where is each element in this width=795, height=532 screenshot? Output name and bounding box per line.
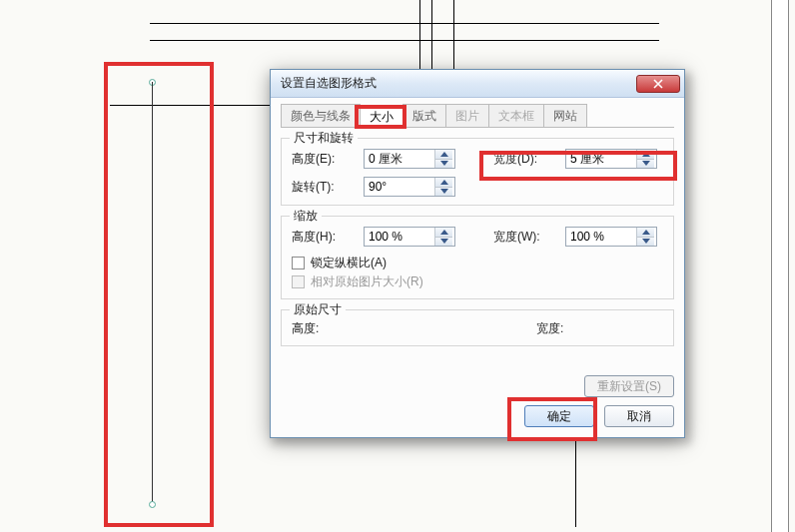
group-size-rotation-title: 尺寸和旋转 bbox=[290, 130, 358, 147]
chevron-up-icon bbox=[440, 230, 448, 235]
selected-shape[interactable] bbox=[152, 82, 154, 505]
chevron-up-icon bbox=[440, 180, 448, 185]
scale-height-input[interactable] bbox=[365, 228, 434, 246]
chevron-down-icon bbox=[440, 161, 448, 166]
scale-width-spinner[interactable] bbox=[565, 227, 657, 247]
height-input[interactable] bbox=[365, 150, 434, 168]
scale-width-up[interactable] bbox=[637, 228, 654, 238]
group-size-rotation: 尺寸和旋转 高度(E): 宽度(D): bbox=[281, 138, 674, 206]
group-original-title: 原始尺寸 bbox=[290, 301, 346, 318]
lock-aspect-checkbox[interactable] bbox=[292, 257, 305, 269]
lock-aspect-label: 锁定纵横比(A) bbox=[311, 255, 387, 271]
tab-size[interactable]: 大小 bbox=[360, 105, 403, 128]
rotation-up[interactable] bbox=[435, 178, 452, 188]
dialog-body: 颜色与线条 大小 版式 图片 文本框 网站 尺寸和旋转 高度(E): 宽度(D)… bbox=[271, 98, 684, 437]
orig-width-label: 宽度: bbox=[536, 320, 565, 337]
scale-height-label: 高度(H): bbox=[292, 229, 356, 246]
scale-width-label: 宽度(W): bbox=[493, 229, 557, 246]
tab-colors-lines[interactable]: 颜色与线条 bbox=[281, 104, 361, 127]
tab-picture: 图片 bbox=[445, 104, 489, 127]
scale-height-spinner[interactable] bbox=[364, 227, 455, 247]
scale-width-input[interactable] bbox=[566, 228, 636, 246]
relative-original-checkbox bbox=[292, 275, 305, 288]
width-down[interactable] bbox=[637, 160, 654, 169]
chevron-up-icon bbox=[642, 230, 650, 235]
scale-width-down[interactable] bbox=[637, 238, 654, 247]
height-up[interactable] bbox=[435, 150, 452, 160]
tab-textbox: 文本框 bbox=[488, 104, 544, 127]
height-spinner[interactable] bbox=[364, 149, 455, 169]
height-label: 高度(E): bbox=[292, 151, 356, 168]
close-button[interactable] bbox=[636, 75, 680, 93]
tab-bar: 颜色与线条 大小 版式 图片 文本框 网站 bbox=[281, 104, 674, 128]
width-input[interactable] bbox=[566, 150, 636, 168]
scale-height-down[interactable] bbox=[435, 238, 452, 247]
chevron-up-icon bbox=[440, 152, 448, 157]
dialog-title: 设置自选图形格式 bbox=[281, 75, 630, 92]
relative-original-row: 相对原始图片大小(R) bbox=[292, 273, 663, 290]
group-original-size: 原始尺寸 高度: 宽度: bbox=[281, 309, 674, 346]
reset-button: 重新设置(S) bbox=[584, 375, 674, 397]
group-scale-title: 缩放 bbox=[290, 208, 322, 225]
scale-height-up[interactable] bbox=[435, 228, 452, 238]
group-scale: 缩放 高度(H): 宽度(W): bbox=[281, 216, 674, 299]
highlight-selection bbox=[104, 62, 214, 527]
close-icon bbox=[653, 79, 663, 89]
lock-aspect-row[interactable]: 锁定纵横比(A) bbox=[292, 255, 663, 271]
width-up[interactable] bbox=[637, 150, 654, 160]
relative-original-label: 相对原始图片大小(R) bbox=[311, 273, 423, 290]
ok-button[interactable]: 确定 bbox=[524, 405, 594, 427]
chevron-down-icon bbox=[642, 161, 650, 166]
cancel-button[interactable]: 取消 bbox=[604, 405, 674, 427]
orig-height-label: 高度: bbox=[292, 320, 321, 337]
rotation-label: 旋转(T): bbox=[292, 179, 356, 196]
height-down[interactable] bbox=[435, 160, 452, 169]
width-label: 宽度(D): bbox=[493, 151, 557, 168]
format-autoshape-dialog: 设置自选图形格式 颜色与线条 大小 版式 图片 文本框 网站 尺寸和旋转 高度(… bbox=[270, 69, 685, 438]
chevron-up-icon bbox=[642, 152, 650, 157]
chevron-down-icon bbox=[642, 239, 650, 244]
document-edge bbox=[771, 0, 789, 532]
rotation-spinner[interactable] bbox=[364, 177, 455, 197]
chevron-down-icon bbox=[440, 239, 448, 244]
tab-layout[interactable]: 版式 bbox=[402, 104, 446, 127]
width-spinner[interactable] bbox=[565, 149, 657, 169]
rotation-down[interactable] bbox=[435, 188, 452, 197]
rotation-input[interactable] bbox=[365, 178, 434, 196]
tab-web[interactable]: 网站 bbox=[543, 104, 587, 127]
titlebar[interactable]: 设置自选图形格式 bbox=[271, 70, 684, 98]
chevron-down-icon bbox=[440, 189, 448, 194]
